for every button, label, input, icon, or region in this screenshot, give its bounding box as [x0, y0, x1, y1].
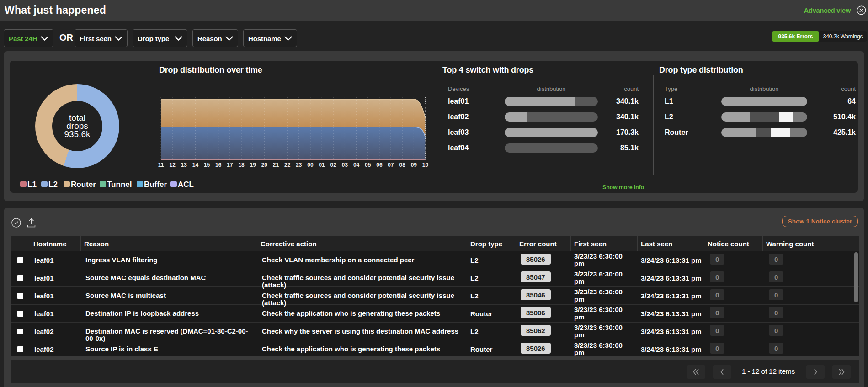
- svg-text:05: 05: [365, 162, 371, 168]
- svg-text:20: 20: [261, 162, 268, 168]
- svg-text:23: 23: [296, 162, 302, 168]
- svg-text:09: 09: [411, 162, 417, 168]
- svg-text:19: 19: [250, 162, 256, 168]
- svg-text:10: 10: [422, 162, 429, 168]
- svg-text:21: 21: [273, 162, 279, 168]
- svg-text:02: 02: [330, 162, 337, 168]
- svg-text:08: 08: [399, 162, 406, 168]
- svg-text:03: 03: [342, 162, 348, 168]
- svg-text:06: 06: [376, 162, 383, 168]
- svg-text:01: 01: [319, 162, 325, 168]
- svg-text:15: 15: [204, 162, 210, 168]
- svg-text:16: 16: [215, 162, 222, 168]
- svg-text:00: 00: [307, 162, 314, 168]
- svg-text:07: 07: [388, 162, 394, 168]
- svg-text:14: 14: [192, 162, 199, 168]
- svg-text:04: 04: [353, 162, 360, 168]
- svg-text:22: 22: [284, 162, 291, 168]
- svg-text:13: 13: [181, 162, 187, 168]
- svg-text:18: 18: [238, 162, 245, 168]
- svg-text:12: 12: [169, 162, 176, 168]
- svg-text:11: 11: [158, 162, 164, 168]
- svg-text:17: 17: [227, 162, 233, 168]
